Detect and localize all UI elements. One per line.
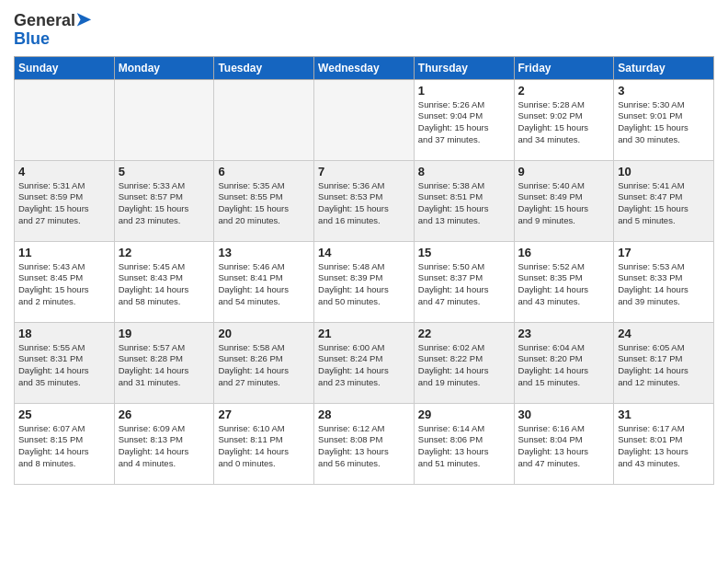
- weekday-sunday: Sunday: [15, 56, 115, 79]
- day-number: 13: [218, 246, 310, 259]
- day-cell-18: 18Sunrise: 5:55 AM Sunset: 8:31 PM Dayli…: [15, 322, 115, 403]
- day-number: 25: [18, 408, 110, 421]
- day-info: Sunrise: 6:10 AM Sunset: 8:11 PM Dayligh…: [218, 423, 310, 470]
- logo-bird-icon: ➤: [75, 9, 91, 29]
- weekday-thursday: Thursday: [414, 56, 514, 79]
- day-info: Sunrise: 5:30 AM Sunset: 9:01 PM Dayligh…: [618, 99, 710, 146]
- day-cell-4: 4Sunrise: 5:31 AM Sunset: 8:59 PM Daylig…: [15, 160, 115, 241]
- day-number: 11: [18, 246, 110, 259]
- day-number: 28: [318, 408, 410, 421]
- weekday-saturday: Saturday: [614, 56, 714, 79]
- day-info: Sunrise: 5:46 AM Sunset: 8:41 PM Dayligh…: [218, 261, 310, 308]
- logo-blue: Blue: [14, 29, 50, 48]
- day-info: Sunrise: 6:07 AM Sunset: 8:15 PM Dayligh…: [18, 423, 110, 470]
- weekday-tuesday: Tuesday: [214, 56, 314, 79]
- day-number: 17: [618, 246, 710, 259]
- day-number: 26: [119, 408, 210, 421]
- day-info: Sunrise: 5:57 AM Sunset: 8:28 PM Dayligh…: [119, 342, 210, 389]
- day-cell-29: 29Sunrise: 6:14 AM Sunset: 8:06 PM Dayli…: [414, 403, 514, 484]
- day-number: 23: [518, 327, 610, 340]
- day-number: 19: [119, 327, 210, 340]
- day-cell-30: 30Sunrise: 6:16 AM Sunset: 8:04 PM Dayli…: [514, 403, 614, 484]
- day-info: Sunrise: 5:58 AM Sunset: 8:26 PM Dayligh…: [218, 342, 310, 389]
- week-row-5: 25Sunrise: 6:07 AM Sunset: 8:15 PM Dayli…: [15, 403, 714, 484]
- week-row-2: 4Sunrise: 5:31 AM Sunset: 8:59 PM Daylig…: [15, 160, 714, 241]
- logo-general: General: [14, 11, 75, 29]
- day-cell-26: 26Sunrise: 6:09 AM Sunset: 8:13 PM Dayli…: [114, 403, 214, 484]
- day-number: 31: [618, 408, 710, 421]
- day-cell-20: 20Sunrise: 5:58 AM Sunset: 8:26 PM Dayli…: [214, 322, 314, 403]
- week-row-4: 18Sunrise: 5:55 AM Sunset: 8:31 PM Dayli…: [15, 322, 714, 403]
- day-cell-6: 6Sunrise: 5:35 AM Sunset: 8:55 PM Daylig…: [214, 160, 314, 241]
- day-number: 8: [418, 165, 510, 178]
- day-cell-10: 10Sunrise: 5:41 AM Sunset: 8:47 PM Dayli…: [614, 160, 714, 241]
- day-cell-15: 15Sunrise: 5:50 AM Sunset: 8:37 PM Dayli…: [414, 241, 514, 322]
- day-cell-14: 14Sunrise: 5:48 AM Sunset: 8:39 PM Dayli…: [314, 241, 415, 322]
- day-number: 2: [518, 84, 610, 98]
- week-row-3: 11Sunrise: 5:43 AM Sunset: 8:45 PM Dayli…: [15, 241, 714, 322]
- day-cell-25: 25Sunrise: 6:07 AM Sunset: 8:15 PM Dayli…: [15, 403, 115, 484]
- day-number: 27: [218, 408, 310, 421]
- day-cell-2: 2Sunrise: 5:28 AM Sunset: 9:02 PM Daylig…: [514, 79, 614, 160]
- empty-cell: [314, 79, 415, 160]
- day-number: 3: [618, 84, 710, 98]
- week-row-1: 1Sunrise: 5:26 AM Sunset: 9:04 PM Daylig…: [15, 79, 714, 160]
- day-cell-19: 19Sunrise: 5:57 AM Sunset: 8:28 PM Dayli…: [114, 322, 214, 403]
- day-cell-22: 22Sunrise: 6:02 AM Sunset: 8:22 PM Dayli…: [414, 322, 514, 403]
- day-number: 7: [318, 165, 410, 178]
- day-cell-3: 3Sunrise: 5:30 AM Sunset: 9:01 PM Daylig…: [614, 79, 714, 160]
- day-cell-12: 12Sunrise: 5:45 AM Sunset: 8:43 PM Dayli…: [114, 241, 214, 322]
- day-cell-13: 13Sunrise: 5:46 AM Sunset: 8:41 PM Dayli…: [214, 241, 314, 322]
- day-number: 29: [418, 408, 510, 421]
- day-cell-1: 1Sunrise: 5:26 AM Sunset: 9:04 PM Daylig…: [414, 79, 514, 160]
- day-info: Sunrise: 5:33 AM Sunset: 8:57 PM Dayligh…: [119, 180, 210, 227]
- day-info: Sunrise: 5:35 AM Sunset: 8:55 PM Dayligh…: [218, 180, 310, 227]
- day-number: 20: [218, 327, 310, 340]
- day-number: 1: [418, 84, 510, 98]
- day-number: 21: [318, 327, 410, 340]
- day-info: Sunrise: 5:48 AM Sunset: 8:39 PM Dayligh…: [318, 261, 410, 308]
- empty-cell: [214, 79, 314, 160]
- empty-cell: [15, 79, 115, 160]
- day-number: 9: [518, 165, 610, 178]
- day-number: 16: [518, 246, 610, 259]
- day-cell-23: 23Sunrise: 6:04 AM Sunset: 8:20 PM Dayli…: [514, 322, 614, 403]
- day-info: Sunrise: 5:40 AM Sunset: 8:49 PM Dayligh…: [518, 180, 610, 227]
- day-info: Sunrise: 6:09 AM Sunset: 8:13 PM Dayligh…: [119, 423, 210, 470]
- day-info: Sunrise: 5:50 AM Sunset: 8:37 PM Dayligh…: [418, 261, 510, 308]
- day-info: Sunrise: 6:17 AM Sunset: 8:01 PM Dayligh…: [618, 423, 710, 470]
- day-info: Sunrise: 6:00 AM Sunset: 8:24 PM Dayligh…: [318, 342, 410, 389]
- day-cell-27: 27Sunrise: 6:10 AM Sunset: 8:11 PM Dayli…: [214, 403, 314, 484]
- day-number: 15: [418, 246, 510, 259]
- day-cell-21: 21Sunrise: 6:00 AM Sunset: 8:24 PM Dayli…: [314, 322, 415, 403]
- page-header: General➤ Blue: [14, 9, 714, 49]
- weekday-friday: Friday: [514, 56, 614, 79]
- day-number: 12: [119, 246, 210, 259]
- day-info: Sunrise: 5:52 AM Sunset: 8:35 PM Dayligh…: [518, 261, 610, 308]
- day-info: Sunrise: 5:28 AM Sunset: 9:02 PM Dayligh…: [518, 99, 610, 146]
- calendar-table: SundayMondayTuesdayWednesdayThursdayFrid…: [14, 56, 714, 485]
- day-number: 22: [418, 327, 510, 340]
- day-info: Sunrise: 6:02 AM Sunset: 8:22 PM Dayligh…: [418, 342, 510, 389]
- day-info: Sunrise: 6:12 AM Sunset: 8:08 PM Dayligh…: [318, 423, 410, 470]
- day-info: Sunrise: 5:31 AM Sunset: 8:59 PM Dayligh…: [18, 180, 110, 227]
- day-info: Sunrise: 5:53 AM Sunset: 8:33 PM Dayligh…: [618, 261, 710, 308]
- day-cell-17: 17Sunrise: 5:53 AM Sunset: 8:33 PM Dayli…: [614, 241, 714, 322]
- day-info: Sunrise: 5:43 AM Sunset: 8:45 PM Dayligh…: [18, 261, 110, 308]
- day-number: 24: [618, 327, 710, 340]
- day-info: Sunrise: 6:05 AM Sunset: 8:17 PM Dayligh…: [618, 342, 710, 389]
- day-number: 18: [18, 327, 110, 340]
- day-cell-16: 16Sunrise: 5:52 AM Sunset: 8:35 PM Dayli…: [514, 241, 614, 322]
- day-number: 5: [119, 165, 210, 178]
- weekday-monday: Monday: [114, 56, 214, 79]
- weekday-header-row: SundayMondayTuesdayWednesdayThursdayFrid…: [15, 56, 714, 79]
- day-info: Sunrise: 5:38 AM Sunset: 8:51 PM Dayligh…: [418, 180, 510, 227]
- day-info: Sunrise: 5:55 AM Sunset: 8:31 PM Dayligh…: [18, 342, 110, 389]
- day-cell-9: 9Sunrise: 5:40 AM Sunset: 8:49 PM Daylig…: [514, 160, 614, 241]
- day-number: 30: [518, 408, 610, 421]
- day-info: Sunrise: 6:04 AM Sunset: 8:20 PM Dayligh…: [518, 342, 610, 389]
- day-cell-8: 8Sunrise: 5:38 AM Sunset: 8:51 PM Daylig…: [414, 160, 514, 241]
- day-info: Sunrise: 6:16 AM Sunset: 8:04 PM Dayligh…: [518, 423, 610, 470]
- day-cell-5: 5Sunrise: 5:33 AM Sunset: 8:57 PM Daylig…: [114, 160, 214, 241]
- day-number: 10: [618, 165, 710, 178]
